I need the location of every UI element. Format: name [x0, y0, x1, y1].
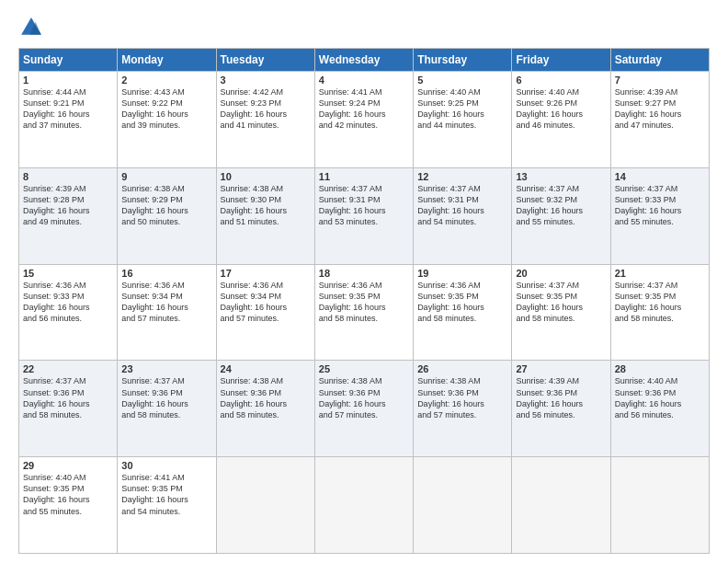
day-info: Sunrise: 4:44 AM Sunset: 9:21 PM Dayligh…	[23, 86, 113, 132]
day-cell: 27Sunrise: 4:39 AM Sunset: 9:36 PM Dayli…	[512, 361, 610, 457]
day-info: Sunrise: 4:37 AM Sunset: 9:32 PM Dayligh…	[516, 183, 606, 228]
day-cell: 5Sunrise: 4:40 AM Sunset: 9:25 PM Daylig…	[414, 72, 512, 168]
day-cell: 15Sunrise: 4:36 AM Sunset: 9:33 PM Dayli…	[19, 264, 118, 361]
days-header-row: SundayMondayTuesdayWednesdayThursdayFrid…	[19, 49, 710, 72]
day-cell: 28Sunrise: 4:40 AM Sunset: 9:36 PM Dayli…	[610, 361, 709, 457]
day-number: 7	[615, 75, 705, 86]
day-number: 5	[417, 75, 507, 86]
day-info: Sunrise: 4:39 AM Sunset: 9:27 PM Dayligh…	[615, 86, 705, 132]
day-info: Sunrise: 4:37 AM Sunset: 9:31 PM Dayligh…	[319, 183, 409, 228]
day-number: 18	[319, 268, 409, 279]
day-header-saturday: Saturday	[610, 49, 709, 72]
day-info: Sunrise: 4:36 AM Sunset: 9:34 PM Dayligh…	[121, 280, 211, 325]
day-info: Sunrise: 4:40 AM Sunset: 9:35 PM Dayligh…	[23, 472, 113, 517]
day-number: 6	[516, 75, 606, 86]
day-cell	[610, 457, 709, 554]
day-header-tuesday: Tuesday	[216, 49, 314, 72]
day-cell: 18Sunrise: 4:36 AM Sunset: 9:35 PM Dayli…	[314, 264, 413, 361]
day-number: 29	[23, 460, 113, 471]
day-number: 12	[417, 171, 507, 182]
day-info: Sunrise: 4:39 AM Sunset: 9:36 PM Dayligh…	[516, 375, 606, 420]
day-number: 19	[417, 268, 507, 279]
day-cell: 10Sunrise: 4:38 AM Sunset: 9:30 PM Dayli…	[216, 167, 314, 264]
header	[18, 15, 710, 40]
day-cell: 25Sunrise: 4:38 AM Sunset: 9:36 PM Dayli…	[314, 361, 413, 457]
day-number: 21	[615, 268, 705, 279]
week-row-5: 29Sunrise: 4:40 AM Sunset: 9:35 PM Dayli…	[19, 457, 710, 554]
logo	[18, 15, 48, 40]
day-cell	[414, 457, 512, 554]
page: SundayMondayTuesdayWednesdayThursdayFrid…	[0, 0, 728, 563]
day-info: Sunrise: 4:37 AM Sunset: 9:35 PM Dayligh…	[615, 280, 705, 325]
day-info: Sunrise: 4:37 AM Sunset: 9:33 PM Dayligh…	[615, 183, 705, 228]
day-number: 27	[516, 363, 606, 374]
day-number: 23	[121, 363, 211, 374]
day-number: 4	[319, 75, 409, 86]
day-info: Sunrise: 4:41 AM Sunset: 9:24 PM Dayligh…	[319, 86, 409, 132]
day-number: 11	[319, 171, 409, 182]
day-cell: 4Sunrise: 4:41 AM Sunset: 9:24 PM Daylig…	[314, 72, 413, 168]
day-cell: 21Sunrise: 4:37 AM Sunset: 9:35 PM Dayli…	[610, 264, 709, 361]
day-info: Sunrise: 4:37 AM Sunset: 9:31 PM Dayligh…	[417, 183, 507, 228]
day-number: 13	[516, 171, 606, 182]
day-number: 10	[221, 171, 311, 182]
day-number: 14	[615, 171, 705, 182]
week-row-3: 15Sunrise: 4:36 AM Sunset: 9:33 PM Dayli…	[19, 264, 710, 361]
day-cell: 19Sunrise: 4:36 AM Sunset: 9:35 PM Dayli…	[414, 264, 512, 361]
day-info: Sunrise: 4:43 AM Sunset: 9:22 PM Dayligh…	[121, 86, 211, 132]
day-info: Sunrise: 4:36 AM Sunset: 9:34 PM Dayligh…	[221, 280, 311, 325]
day-info: Sunrise: 4:41 AM Sunset: 9:35 PM Dayligh…	[121, 472, 211, 517]
day-cell: 24Sunrise: 4:38 AM Sunset: 9:36 PM Dayli…	[216, 361, 314, 457]
day-number: 1	[23, 75, 113, 86]
day-cell: 3Sunrise: 4:42 AM Sunset: 9:23 PM Daylig…	[216, 72, 314, 168]
day-info: Sunrise: 4:37 AM Sunset: 9:35 PM Dayligh…	[516, 280, 606, 325]
day-info: Sunrise: 4:38 AM Sunset: 9:36 PM Dayligh…	[417, 375, 507, 420]
day-number: 25	[319, 363, 409, 374]
logo-icon	[18, 15, 44, 40]
day-info: Sunrise: 4:38 AM Sunset: 9:36 PM Dayligh…	[319, 375, 409, 420]
day-cell: 16Sunrise: 4:36 AM Sunset: 9:34 PM Dayli…	[118, 264, 216, 361]
day-cell: 6Sunrise: 4:40 AM Sunset: 9:26 PM Daylig…	[512, 72, 610, 168]
day-number: 22	[23, 363, 113, 374]
day-header-thursday: Thursday	[414, 49, 512, 72]
day-header-sunday: Sunday	[19, 49, 118, 72]
day-cell: 1Sunrise: 4:44 AM Sunset: 9:21 PM Daylig…	[19, 72, 118, 168]
day-number: 20	[516, 268, 606, 279]
day-cell: 13Sunrise: 4:37 AM Sunset: 9:32 PM Dayli…	[512, 167, 610, 264]
day-number: 3	[221, 75, 311, 86]
week-row-2: 8Sunrise: 4:39 AM Sunset: 9:28 PM Daylig…	[19, 167, 710, 264]
day-header-monday: Monday	[118, 49, 216, 72]
week-row-1: 1Sunrise: 4:44 AM Sunset: 9:21 PM Daylig…	[19, 72, 710, 168]
day-info: Sunrise: 4:36 AM Sunset: 9:35 PM Dayligh…	[319, 280, 409, 325]
day-info: Sunrise: 4:38 AM Sunset: 9:30 PM Dayligh…	[221, 183, 311, 228]
day-cell: 26Sunrise: 4:38 AM Sunset: 9:36 PM Dayli…	[414, 361, 512, 457]
day-header-friday: Friday	[512, 49, 610, 72]
day-info: Sunrise: 4:37 AM Sunset: 9:36 PM Dayligh…	[121, 375, 211, 420]
day-cell: 30Sunrise: 4:41 AM Sunset: 9:35 PM Dayli…	[118, 457, 216, 554]
day-number: 8	[23, 171, 113, 182]
day-info: Sunrise: 4:42 AM Sunset: 9:23 PM Dayligh…	[221, 86, 311, 132]
day-cell: 11Sunrise: 4:37 AM Sunset: 9:31 PM Dayli…	[314, 167, 413, 264]
day-info: Sunrise: 4:40 AM Sunset: 9:25 PM Dayligh…	[417, 86, 507, 132]
day-number: 30	[121, 460, 211, 471]
day-info: Sunrise: 4:38 AM Sunset: 9:29 PM Dayligh…	[121, 183, 211, 228]
day-info: Sunrise: 4:36 AM Sunset: 9:35 PM Dayligh…	[417, 280, 507, 325]
day-cell: 20Sunrise: 4:37 AM Sunset: 9:35 PM Dayli…	[512, 264, 610, 361]
day-cell	[512, 457, 610, 554]
day-info: Sunrise: 4:37 AM Sunset: 9:36 PM Dayligh…	[23, 375, 113, 420]
day-cell: 9Sunrise: 4:38 AM Sunset: 9:29 PM Daylig…	[118, 167, 216, 264]
day-header-wednesday: Wednesday	[314, 49, 413, 72]
day-cell: 12Sunrise: 4:37 AM Sunset: 9:31 PM Dayli…	[414, 167, 512, 264]
day-cell: 29Sunrise: 4:40 AM Sunset: 9:35 PM Dayli…	[19, 457, 118, 554]
week-row-4: 22Sunrise: 4:37 AM Sunset: 9:36 PM Dayli…	[19, 361, 710, 457]
day-info: Sunrise: 4:39 AM Sunset: 9:28 PM Dayligh…	[23, 183, 113, 228]
day-cell: 2Sunrise: 4:43 AM Sunset: 9:22 PM Daylig…	[118, 72, 216, 168]
day-info: Sunrise: 4:36 AM Sunset: 9:33 PM Dayligh…	[23, 280, 113, 325]
day-number: 9	[121, 171, 211, 182]
calendar: SundayMondayTuesdayWednesdayThursdayFrid…	[18, 48, 710, 554]
day-cell: 22Sunrise: 4:37 AM Sunset: 9:36 PM Dayli…	[19, 361, 118, 457]
day-cell: 23Sunrise: 4:37 AM Sunset: 9:36 PM Dayli…	[118, 361, 216, 457]
day-number: 28	[615, 363, 705, 374]
day-number: 17	[221, 268, 311, 279]
day-cell: 17Sunrise: 4:36 AM Sunset: 9:34 PM Dayli…	[216, 264, 314, 361]
